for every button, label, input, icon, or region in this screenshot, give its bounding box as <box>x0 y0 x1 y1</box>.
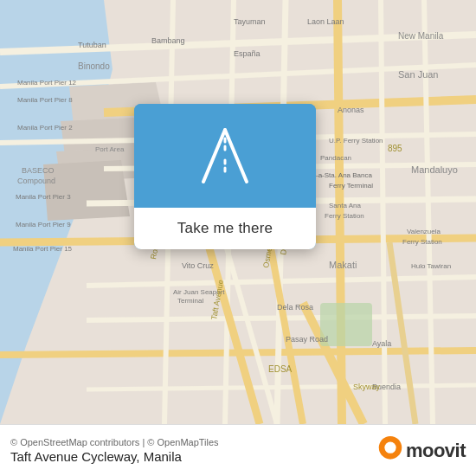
svg-text:Manila Port Pier 3: Manila Port Pier 3 <box>16 193 71 201</box>
svg-text:895: 895 <box>388 144 402 153</box>
svg-text:Dela Rosa: Dela Rosa <box>277 303 313 312</box>
moovit-text: moovit <box>406 440 466 462</box>
svg-text:Ferry Station: Ferry Station <box>402 238 442 246</box>
svg-text:Ferry Station: Ferry Station <box>325 212 364 220</box>
svg-text:U.P. Ferry Station: U.P. Ferry Station <box>329 137 383 145</box>
svg-line-48 <box>203 130 225 182</box>
overlay-card: Take me there <box>134 104 316 249</box>
moovit-logo: moovit <box>378 436 466 466</box>
svg-text:Makati: Makati <box>329 260 357 270</box>
take-me-there-button[interactable]: Take me there <box>134 208 316 249</box>
svg-text:San Juan: San Juan <box>398 69 438 80</box>
svg-text:New Manila: New Manila <box>398 31 444 41</box>
svg-text:Santa Ana: Santa Ana <box>329 202 361 209</box>
bottom-left: © OpenStreetMap contributors | © OpenMap… <box>10 437 219 464</box>
moovit-pin-icon <box>378 436 402 466</box>
svg-text:Tayuman: Tayuman <box>234 17 266 26</box>
svg-text:Bambang: Bambang <box>151 36 185 45</box>
svg-text:Pandacan: Pandacan <box>320 154 351 162</box>
road-icon-area <box>134 104 316 208</box>
svg-text:Hulo Tawiran: Hulo Tawiran <box>411 262 451 270</box>
svg-text:Pasay Road: Pasay Road <box>286 335 328 344</box>
map-container: BASECO Compound Manila Port Pier 12 Mani… <box>0 0 476 424</box>
svg-text:Ferry Terminal: Ferry Terminal <box>329 182 373 190</box>
bottom-bar: © OpenStreetMap contributors | © OpenMap… <box>0 424 476 476</box>
svg-text:Ayala: Ayala <box>372 339 391 348</box>
svg-text:Skyway: Skyway <box>353 383 381 391</box>
svg-text:Manila Port Pier 2: Manila Port Pier 2 <box>17 124 73 132</box>
svg-text:Vito Cruz: Vito Cruz <box>182 261 214 270</box>
svg-point-53 <box>384 441 396 453</box>
svg-text:Tutuban: Tutuban <box>78 41 106 49</box>
svg-text:Manila Port Pier 15: Manila Port Pier 15 <box>13 245 73 253</box>
svg-text:Port Area: Port Area <box>95 145 125 153</box>
road-icon <box>190 121 260 190</box>
svg-text:Binondo: Binondo <box>78 61 110 71</box>
copyright-text: © OpenStreetMap contributors | © OpenMap… <box>10 437 219 447</box>
svg-line-49 <box>225 130 247 182</box>
svg-text:Manila Port Pier 12: Manila Port Pier 12 <box>17 79 77 87</box>
svg-text:-a-Sta. Ana Banca: -a-Sta. Ana Banca <box>316 171 372 179</box>
svg-text:Mandaluyo: Mandaluyo <box>411 164 458 175</box>
svg-text:EDSA: EDSA <box>268 364 293 374</box>
svg-text:Terminal: Terminal <box>177 297 203 305</box>
svg-text:Manila Port Pier 9: Manila Port Pier 9 <box>16 221 71 228</box>
svg-text:Laon Laan: Laon Laan <box>307 17 344 26</box>
svg-text:Compound: Compound <box>17 177 55 185</box>
svg-text:Anonas: Anonas <box>338 106 364 114</box>
svg-text:BASECO: BASECO <box>22 166 55 175</box>
svg-text:Valenzuela: Valenzuela <box>407 228 441 235</box>
svg-text:España: España <box>234 49 261 58</box>
svg-text:Manila Port Pier 8: Manila Port Pier 8 <box>17 96 73 104</box>
location-name: Taft Avenue Cycleway, Manila <box>10 449 219 464</box>
